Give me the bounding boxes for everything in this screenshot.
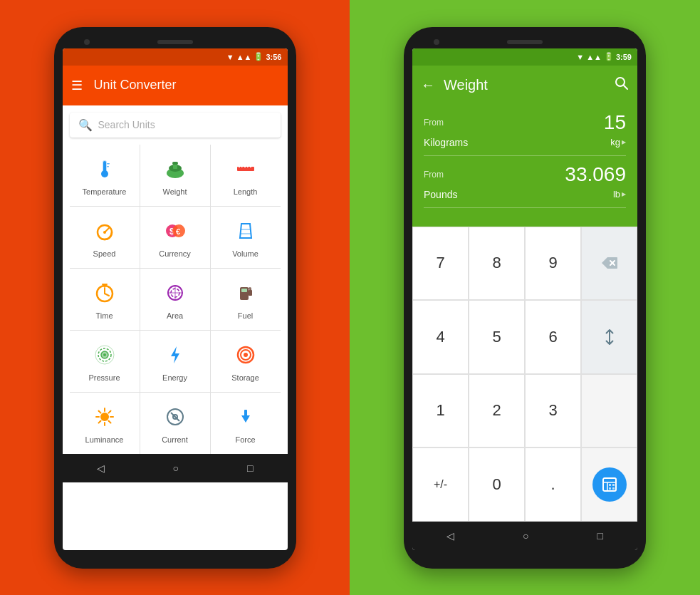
svg-rect-68 <box>609 484 611 486</box>
key-2[interactable]: 2 <box>469 374 525 448</box>
luminance-label: Luminance <box>85 435 124 444</box>
svg-text:€: € <box>176 227 180 236</box>
from-value-1: 15 <box>604 111 626 134</box>
from-row-1: From 15 <box>424 111 626 134</box>
grid-item-fuel[interactable]: Fuel <box>211 269 281 330</box>
grid-item-time[interactable]: Time <box>70 269 140 330</box>
key-4[interactable]: 4 <box>412 300 469 374</box>
key-delete[interactable] <box>581 227 637 301</box>
svg-rect-8 <box>172 162 178 165</box>
speaker-right <box>507 40 543 44</box>
svg-point-45 <box>244 353 248 357</box>
grid-item-weight[interactable]: Weight <box>140 145 210 206</box>
fuel-icon <box>231 279 260 307</box>
svg-rect-71 <box>612 487 615 490</box>
status-bar-left: ▼ ▲▲ 🔋 3:56 <box>63 48 288 66</box>
key-0[interactable]: 0 <box>469 447 525 522</box>
from-label-2: From <box>424 170 444 180</box>
right-phone: ▼ ▲▲ 🔋 3:59 ← Weight <box>404 27 646 569</box>
key-6[interactable]: 6 <box>525 300 581 374</box>
from-label-1: From <box>424 118 444 128</box>
svg-rect-12 <box>244 165 246 167</box>
svg-line-53 <box>108 410 110 413</box>
grid-item-force[interactable]: Force <box>211 393 281 454</box>
weight-icon <box>161 155 189 183</box>
key-7[interactable]: 7 <box>412 227 469 301</box>
grid-item-temperature[interactable]: Temperature <box>70 145 140 206</box>
nav-bar-right: ◁ ○ □ <box>412 522 637 550</box>
svg-rect-14 <box>250 165 251 167</box>
grid-item-luminance[interactable]: Luminance <box>70 393 140 454</box>
from-row-2: From 33.069 <box>424 163 626 186</box>
key-swap[interactable] <box>581 300 637 374</box>
search-placeholder: Search Units <box>98 119 155 130</box>
wifi-icon: ▼ <box>226 53 234 61</box>
svg-line-56 <box>171 413 179 421</box>
grid-item-length[interactable]: Length <box>211 145 281 206</box>
svg-rect-59 <box>244 410 247 417</box>
key-5[interactable]: 5 <box>469 300 525 374</box>
key-dot[interactable]: . <box>525 447 581 522</box>
back-nav-left[interactable]: ◁ <box>97 462 105 474</box>
length-icon <box>231 155 260 183</box>
key-empty <box>581 374 637 448</box>
area-icon <box>161 279 189 307</box>
right-screen: ▼ ▲▲ 🔋 3:59 ← Weight <box>412 48 637 550</box>
time-right: 3:59 <box>616 53 632 61</box>
key-calc[interactable] <box>592 467 627 502</box>
force-label: Force <box>235 435 255 444</box>
svg-line-61 <box>624 86 627 89</box>
search-button-weight[interactable] <box>615 76 629 94</box>
search-bar[interactable]: 🔍 Search Units <box>70 113 281 138</box>
recents-nav-right[interactable]: □ <box>597 530 603 542</box>
svg-line-52 <box>108 420 110 423</box>
grid-item-area[interactable]: Area <box>140 269 210 330</box>
svg-rect-10 <box>239 165 240 167</box>
temperature-icon <box>90 155 119 183</box>
svg-point-60 <box>616 78 625 86</box>
key-8[interactable]: 8 <box>469 227 525 301</box>
svg-rect-69 <box>612 484 615 486</box>
app-header-right: ← Weight <box>412 66 637 105</box>
grid-item-energy[interactable]: Energy <box>140 331 210 392</box>
home-nav-left[interactable]: ○ <box>173 462 179 474</box>
key-plusminus[interactable]: +/- <box>412 447 469 522</box>
grid-item-pressure[interactable]: Pressure <box>70 331 140 392</box>
battery-icon-right: 🔋 <box>604 52 614 61</box>
key-calc-cell <box>581 447 637 522</box>
svg-point-41 <box>103 353 106 356</box>
grid-item-storage[interactable]: Storage <box>211 331 281 392</box>
from-unit-abbr-1: kg ▶ <box>610 137 626 148</box>
from-unit-name-1: Kilograms <box>424 137 468 148</box>
from-unit-row-1[interactable]: Kilograms kg ▶ <box>424 137 626 156</box>
home-nav-right[interactable]: ○ <box>523 530 528 542</box>
energy-label: Energy <box>162 373 187 382</box>
currency-label: Currency <box>159 249 191 258</box>
back-nav-right[interactable]: ◁ <box>446 530 454 542</box>
pressure-label: Pressure <box>88 373 120 382</box>
key-1[interactable]: 1 <box>412 374 469 448</box>
svg-point-18 <box>103 231 106 234</box>
wifi-icon-right: ▼ <box>576 53 584 61</box>
volume-label: Volume <box>232 249 258 258</box>
area-label: Area <box>167 311 183 320</box>
app-header-left: ☰ Unit Converter <box>63 66 288 105</box>
svg-rect-11 <box>241 166 243 167</box>
converter-fields: From 15 Kilograms kg ▶ From 33.069 <box>412 105 637 227</box>
menu-icon[interactable]: ☰ <box>71 78 83 93</box>
svg-point-2 <box>101 170 108 177</box>
to-unit-row[interactable]: Pounds lb ▶ <box>424 189 626 208</box>
key-9[interactable]: 9 <box>525 227 581 301</box>
back-button[interactable]: ← <box>421 77 435 93</box>
grid-item-currency[interactable]: $ € Currency <box>140 207 210 268</box>
recents-nav-left[interactable]: □ <box>247 462 253 474</box>
left-phone: ▼ ▲▲ 🔋 3:56 ☰ Unit Converter 🔍 Search Un… <box>54 27 296 569</box>
to-unit-name: Pounds <box>424 189 457 200</box>
current-label: Current <box>162 435 188 444</box>
svg-line-25 <box>105 294 109 296</box>
key-3[interactable]: 3 <box>525 374 581 448</box>
temperature-label: Temperature <box>83 187 127 196</box>
grid-item-current[interactable]: Current <box>140 393 210 454</box>
grid-item-speed[interactable]: Speed <box>70 207 140 268</box>
grid-item-volume[interactable]: Volume <box>211 207 281 268</box>
